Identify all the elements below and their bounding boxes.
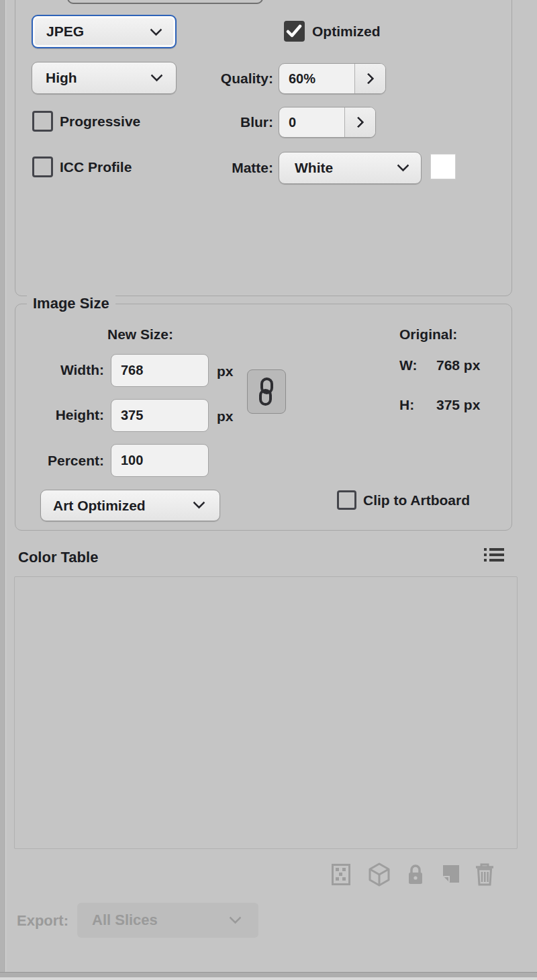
quality-value[interactable]: 60%: [279, 64, 354, 93]
original-label: Original:: [399, 326, 457, 343]
clip-to-artboard-label: Clip to Artboard: [363, 492, 470, 508]
color-table-area[interactable]: [14, 576, 518, 849]
transparency-grid-icon: [332, 864, 350, 885]
icc-profile-checkbox[interactable]: [32, 157, 53, 177]
height-field[interactable]: 375: [111, 399, 209, 432]
new-swatch-icon: [440, 864, 460, 884]
quality-arrow-button[interactable]: [354, 64, 385, 93]
preset-dropdown[interactable]: High: [32, 62, 177, 94]
clip-to-artboard-checkbox[interactable]: [337, 490, 356, 510]
chevron-down-icon: [193, 496, 205, 508]
width-label: Width:: [30, 362, 104, 378]
constrain-proportions-button[interactable]: [247, 369, 286, 414]
panel-left-edge: [0, 0, 6, 980]
export-dropdown[interactable]: All Slices: [77, 903, 258, 938]
map-transparency-button[interactable]: [330, 863, 352, 886]
original-height-label: H:: [399, 397, 414, 413]
cube-icon: [368, 862, 391, 887]
save-for-web-panel: JPEG Optimized High Quality: 60% Progres…: [0, 0, 537, 980]
progressive-label: Progressive: [60, 114, 140, 130]
matte-color-swatch[interactable]: [430, 154, 456, 179]
original-width-label: W:: [399, 357, 417, 373]
quality-stepper[interactable]: 60%: [279, 63, 386, 94]
export-label: Export:: [17, 912, 68, 930]
image-size-legend: Image Size: [27, 295, 115, 312]
chevron-right-icon: [353, 117, 364, 128]
quality-label: Quality:: [173, 71, 273, 87]
list-menu-icon: [483, 547, 505, 564]
export-dropdown-value: All Slices: [92, 911, 158, 929]
format-dropdown[interactable]: JPEG: [32, 15, 177, 48]
matte-dropdown-value: White: [295, 160, 333, 176]
resample-dropdown-value: Art Optimized: [53, 498, 146, 514]
width-unit: px: [217, 363, 234, 380]
progressive-checkbox[interactable]: [32, 111, 53, 132]
icc-profile-label: ICC Profile: [60, 159, 132, 175]
original-width-value: 768 px: [436, 357, 480, 373]
height-unit: px: [217, 408, 234, 425]
matte-dropdown[interactable]: White: [279, 152, 422, 184]
optimized-label: Optimized: [312, 24, 381, 40]
check-icon: [286, 24, 303, 39]
panel-bottom-highlight: [0, 977, 537, 980]
delete-color-button[interactable]: [474, 862, 495, 887]
panel-bottom-edge: [0, 972, 537, 977]
web-palette-shift-button[interactable]: [367, 862, 391, 887]
chevron-down-icon: [150, 69, 162, 81]
trash-icon: [475, 863, 495, 886]
blur-stepper[interactable]: 0: [279, 107, 376, 138]
new-color-button[interactable]: [440, 863, 461, 885]
format-dropdown-value: JPEG: [46, 24, 84, 40]
blur-label: Blur:: [173, 114, 273, 130]
percent-label: Percent:: [20, 453, 104, 469]
original-height-value: 375 px: [436, 397, 480, 413]
chain-link-icon: [257, 377, 276, 406]
percent-field[interactable]: 100: [111, 444, 209, 477]
preset-dropdown-value: High: [46, 70, 77, 86]
color-table-menu-button[interactable]: [482, 546, 506, 565]
chevron-down-icon: [229, 911, 241, 924]
chevron-down-icon: [397, 159, 409, 171]
width-field[interactable]: 768: [111, 354, 209, 387]
chevron-right-icon: [363, 73, 375, 85]
new-size-label: New Size:: [107, 326, 173, 343]
color-table-title: Color Table: [18, 549, 98, 566]
lock-icon: [407, 864, 424, 885]
blur-value[interactable]: 0: [279, 107, 344, 137]
lock-color-button[interactable]: [405, 863, 426, 886]
blur-arrow-button[interactable]: [344, 107, 375, 137]
matte-label: Matte:: [173, 160, 273, 176]
optimized-checkbox[interactable]: [284, 21, 305, 42]
resample-dropdown[interactable]: Art Optimized: [40, 490, 220, 521]
height-label: Height:: [23, 407, 104, 423]
chevron-down-icon: [150, 24, 162, 36]
